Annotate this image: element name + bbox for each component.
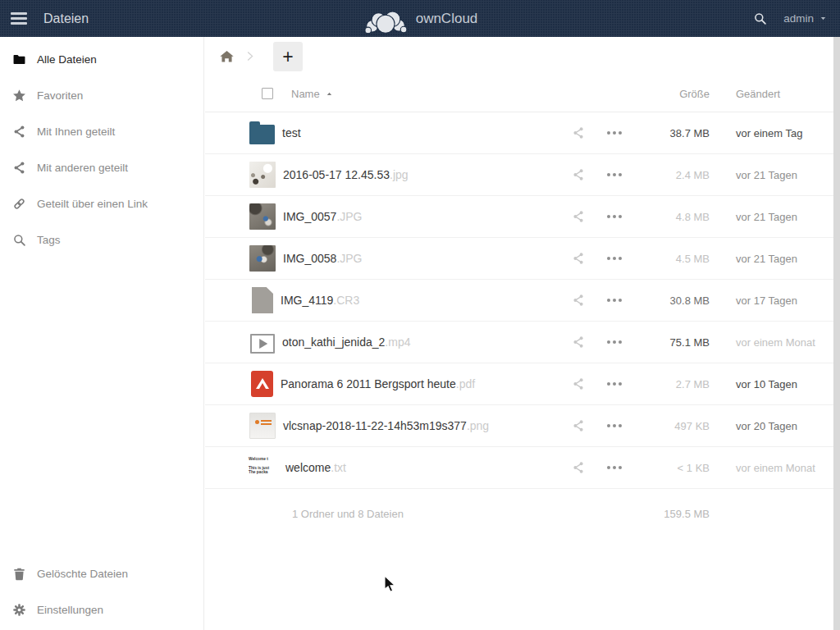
- column-header-size[interactable]: Größe: [624, 88, 710, 100]
- menu-toggle-icon[interactable]: [11, 12, 27, 25]
- share-icon: [12, 125, 26, 139]
- home-icon[interactable]: [219, 49, 235, 64]
- more-actions-icon[interactable]: [607, 215, 622, 218]
- file-row-oton-kathi-jenida-2-mp4[interactable]: oton_kathi_jenida_2.mp4 75.1 MB vor eine…: [205, 322, 840, 363]
- file-extension: .JPG: [336, 252, 362, 265]
- app-header: Dateien ownCloud admin: [0, 0, 840, 37]
- file-name: Panorama 6 2011 Bergsport heute: [281, 377, 456, 390]
- image-logo-thumbnail: [249, 413, 276, 439]
- file-extension: .jpg: [390, 168, 409, 181]
- file-row-panorama-6-2011-bergsport-heute-pdf[interactable]: Panorama 6 2011 Bergsport heute.pdf 2.7 …: [205, 363, 840, 405]
- file-name: vlcsnap-2018-11-22-14h53m19s377: [283, 419, 467, 432]
- summary-total-size: 159.5 MB: [624, 508, 710, 520]
- file-modified: vor einem Monat: [710, 336, 827, 349]
- table-header: Name Größe Geändert: [205, 75, 840, 112]
- files-main: + Name Größe Geändert test 38.7 MB vor e…: [205, 37, 840, 630]
- file-row-test[interactable]: test 38.7 MB vor einem Tag: [205, 112, 840, 154]
- sidebar-item-mit-anderen-geteilt[interactable]: Mit anderen geteilt: [0, 149, 203, 185]
- file-size: 2.7 MB: [624, 378, 710, 390]
- summary-count: 1 Ordner und 8 Dateien: [292, 508, 559, 520]
- file-modified: vor 20 Tagen: [710, 420, 827, 432]
- file-name: oton_kathi_jenida_2: [282, 336, 385, 349]
- sidebar-item-label: Favoriten: [37, 89, 83, 102]
- select-all-checkbox[interactable]: [262, 88, 273, 99]
- file-extension: .txt: [331, 461, 346, 474]
- text-thumbnail: Welcome tThis is justThe packa: [247, 452, 278, 482]
- summary-row: 1 Ordner und 8 Dateien 159.5 MB: [205, 489, 840, 538]
- star-icon: [12, 89, 26, 103]
- file-extension: .pdf: [456, 377, 475, 390]
- column-header-name[interactable]: Name: [291, 88, 320, 100]
- file-extension: .JPG: [336, 210, 362, 223]
- user-name: admin: [783, 12, 814, 25]
- file-extension: .CR3: [333, 294, 359, 307]
- app-title: Dateien: [43, 11, 89, 26]
- sort-ascending-icon: [326, 90, 333, 98]
- file-modified: vor 21 Tagen: [710, 253, 827, 265]
- file-modified: vor 17 Tagen: [710, 294, 827, 307]
- share-icon[interactable]: [572, 336, 585, 349]
- file-size: 4.5 MB: [624, 253, 710, 265]
- sidebar-item-mit-ihnen-geteilt[interactable]: Mit Ihnen geteilt: [0, 113, 203, 149]
- new-file-button[interactable]: +: [273, 42, 303, 71]
- user-menu[interactable]: admin: [783, 12, 827, 25]
- file-row-vlcsnap-2018-11-22-14h53m19s377-png[interactable]: vlcsnap-2018-11-22-14h53m19s377.png 497 …: [205, 405, 840, 447]
- folder-thumbnail: [249, 125, 275, 144]
- file-row-2016-05-17-12-45-53-jpg[interactable]: 2016-05-17 12.45.53.jpg 2.4 MB vor 21 Ta…: [205, 154, 840, 196]
- more-actions-icon[interactable]: [607, 173, 622, 176]
- file-name: IMG_0058: [283, 252, 336, 265]
- more-actions-icon[interactable]: [607, 466, 622, 469]
- file-row-img-4119-cr3[interactable]: IMG_4119.CR3 30.8 MB vor 17 Tagen: [205, 280, 840, 322]
- column-header-modified[interactable]: Geändert: [710, 88, 827, 100]
- file-row-img-0058-jpg[interactable]: IMG_0058.JPG 4.5 MB vor 21 Tagen: [205, 238, 840, 280]
- file-size: 4.8 MB: [624, 211, 710, 223]
- sidebar-item-favoriten[interactable]: Favoriten: [0, 77, 203, 113]
- sidebar-item-label: Mit anderen geteilt: [37, 162, 128, 174]
- sidebar-item-einstellungen[interactable]: Einstellungen: [0, 591, 203, 628]
- file-row-img-0057-jpg[interactable]: IMG_0057.JPG 4.8 MB vor 21 Tagen: [205, 196, 840, 238]
- more-actions-icon[interactable]: [607, 382, 622, 386]
- link-icon: [12, 197, 26, 211]
- more-actions-icon[interactable]: [607, 131, 622, 135]
- sidebar-bottom: Gelöschte Dateien Einstellungen: [0, 555, 203, 628]
- share-icon[interactable]: [572, 419, 585, 432]
- share-icon[interactable]: [572, 210, 585, 223]
- share-icon[interactable]: [572, 252, 585, 265]
- sidebar-item-label: Mit Ihnen geteilt: [37, 126, 115, 138]
- pdf-thumbnail: [251, 371, 273, 397]
- file-row-welcome-txt[interactable]: Welcome tThis is justThe packa welcome.t…: [205, 447, 840, 489]
- sidebar-item-geloeschte-dateien[interactable]: Gelöschte Dateien: [0, 555, 203, 591]
- photo-snow-thumbnail: [249, 162, 276, 188]
- file-name: IMG_0057: [283, 210, 336, 223]
- share-icon[interactable]: [572, 126, 585, 139]
- vertical-scrollbar[interactable]: [833, 37, 840, 630]
- search-icon[interactable]: [753, 11, 767, 25]
- sidebar-item-alle-dateien[interactable]: Alle Dateien: [0, 41, 203, 77]
- more-actions-icon[interactable]: [607, 299, 622, 302]
- file-size: 75.1 MB: [624, 336, 710, 349]
- file-modified: vor 21 Tagen: [710, 169, 827, 181]
- file-extension: .mp4: [385, 336, 410, 349]
- more-actions-icon[interactable]: [607, 424, 622, 427]
- more-actions-icon[interactable]: [607, 340, 622, 344]
- file-rows: test 38.7 MB vor einem Tag 2016-05-17 12…: [205, 112, 840, 489]
- share-icon[interactable]: [572, 294, 585, 307]
- sidebar-item-label: Gelöschte Dateien: [37, 568, 128, 580]
- owncloud-logo-icon: [363, 7, 409, 34]
- file-size: 38.7 MB: [624, 127, 710, 139]
- breadcrumb-chevron-icon: [243, 49, 257, 63]
- photo-rock2-thumbnail: [249, 245, 276, 272]
- share-icon[interactable]: [572, 461, 585, 474]
- share-icon[interactable]: [572, 168, 585, 181]
- sidebar-item-label: Geteilt über einen Link: [37, 198, 148, 210]
- more-actions-icon[interactable]: [607, 257, 622, 260]
- file-size: 30.8 MB: [624, 294, 710, 307]
- sidebar-item-tags[interactable]: Tags: [0, 221, 203, 258]
- share-icon[interactable]: [572, 377, 585, 390]
- file-size: 497 KB: [624, 420, 710, 432]
- file-extension: .png: [467, 419, 489, 432]
- file-modified: vor 21 Tagen: [710, 211, 827, 223]
- chevron-down-icon: [819, 15, 827, 22]
- trash-icon: [12, 567, 26, 581]
- sidebar-item-geteilt-ueber-einen-link[interactable]: Geteilt über einen Link: [0, 185, 203, 221]
